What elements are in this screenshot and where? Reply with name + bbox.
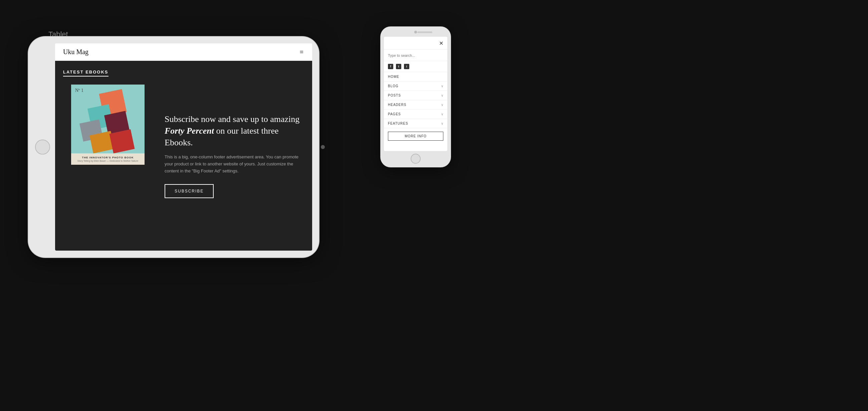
promo-title: Subscribe now and save up to amazing For…	[164, 113, 302, 148]
mobile-nav-item[interactable]: HOME	[384, 72, 447, 82]
tablet-right-panel: Subscribe now and save up to amazing For…	[158, 61, 312, 251]
tablet-home-button[interactable]	[35, 140, 50, 155]
chevron-down-icon: ∨	[441, 103, 443, 107]
tablet-content: Latest Ebooks Nº 1	[55, 61, 312, 251]
search-input[interactable]	[388, 54, 443, 57]
mobile-nav-item-label: HOME	[388, 75, 399, 79]
mobile-nav-item[interactable]: FEATURES∨	[384, 119, 447, 128]
instagram-icon[interactable]: i	[404, 64, 409, 69]
book-title: THE INNOVATOR'S PHOTO BOOK	[72, 156, 143, 159]
book-title-area: THE INNOVATOR'S PHOTO BOOK Story Telling…	[71, 153, 145, 165]
tablet-left-panel: Latest Ebooks Nº 1	[55, 61, 158, 251]
tablet-screen: Uku Mag ≡ Latest Ebooks Nº 1	[55, 43, 312, 251]
mobile-nav-list: HOMEBLOG∨POSTS∨HEADERS∨PAGES∨FEATURES∨	[384, 72, 447, 128]
mobile-home-button[interactable]	[411, 154, 421, 164]
tablet-header: Uku Mag ≡	[55, 43, 312, 61]
mobile-nav-item-label: FEATURES	[388, 122, 408, 125]
subscribe-button[interactable]: SUBSCRIBE	[164, 184, 214, 198]
speaker-icon	[417, 31, 432, 33]
twitter-icon[interactable]: t	[396, 64, 401, 69]
chevron-down-icon: ∨	[441, 112, 443, 116]
mobile-nav-item[interactable]: PAGES∨	[384, 110, 447, 119]
mobile-nav-item-label: BLOG	[388, 84, 399, 88]
mobile-nav-item[interactable]: HEADERS∨	[384, 100, 447, 110]
more-info-button[interactable]: MORE INFO	[388, 131, 443, 141]
tablet-side-dot	[321, 145, 325, 149]
mobile-nav-item[interactable]: BLOG∨	[384, 82, 447, 91]
mobile-nav-item-label: HEADERS	[388, 103, 406, 107]
book-blocks-svg	[71, 85, 145, 165]
mobile-device: ✕ f t i HOMEBLOG∨POSTS∨HEADERS∨PAGES∨FEA…	[380, 27, 451, 167]
tablet-device: Uku Mag ≡ Latest Ebooks Nº 1	[28, 37, 319, 257]
search-area	[384, 50, 447, 61]
section-heading: Latest Ebooks	[63, 69, 108, 77]
camera-icon	[414, 31, 417, 33]
mobile-nav-header: ✕	[384, 37, 447, 50]
chevron-down-icon: ∨	[441, 93, 443, 97]
chevron-down-icon: ∨	[441, 84, 443, 88]
chevron-down-icon: ∨	[441, 122, 443, 125]
mobile-screen: ✕ f t i HOMEBLOG∨POSTS∨HEADERS∨PAGES∨FEA…	[384, 37, 447, 151]
social-icons: f t i	[384, 61, 447, 72]
mobile-nav-item-label: POSTS	[388, 93, 401, 97]
tablet-logo: Uku Mag	[63, 48, 89, 56]
facebook-icon[interactable]: f	[388, 64, 393, 69]
mobile-nav-item-label: PAGES	[388, 112, 401, 116]
promo-body: This is a big, one-column footer adverti…	[164, 154, 302, 174]
book-subtitle: Story Telling by Ellen Bauer — Dedicated…	[72, 160, 143, 162]
close-icon[interactable]: ✕	[439, 40, 443, 47]
hamburger-icon[interactable]: ≡	[300, 48, 304, 56]
mobile-nav-item[interactable]: POSTS∨	[384, 91, 447, 100]
book-cover: Nº 1	[71, 85, 145, 165]
